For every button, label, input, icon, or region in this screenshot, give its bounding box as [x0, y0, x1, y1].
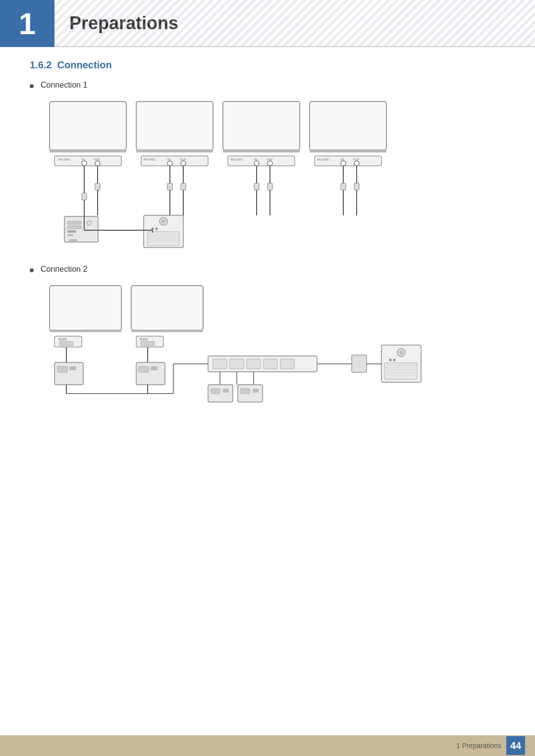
svg-rect-16	[136, 101, 213, 150]
svg-text:RS-232C: RS-232C	[317, 158, 329, 161]
svg-rect-32	[228, 156, 295, 166]
svg-rect-44	[310, 101, 386, 150]
svg-text:RS-232C: RS-232C	[230, 158, 243, 161]
bullet-dot-1	[30, 84, 34, 88]
svg-point-8	[82, 161, 87, 166]
svg-point-63	[87, 220, 92, 225]
page-header: 1 Preparations	[0, 0, 535, 47]
svg-rect-27	[181, 183, 186, 190]
svg-text:OUT: OUT	[94, 158, 101, 161]
svg-rect-113	[253, 389, 259, 393]
svg-rect-96	[139, 366, 149, 372]
svg-point-68	[152, 228, 154, 230]
svg-rect-102	[247, 359, 261, 369]
svg-rect-109	[211, 389, 220, 394]
footer: 1 Preparations 44	[0, 735, 535, 756]
section-number: 1.6.2	[30, 59, 52, 70]
svg-rect-70	[148, 232, 179, 246]
svg-text:IN: IN	[167, 158, 170, 161]
svg-rect-101	[230, 359, 244, 369]
svg-point-37	[268, 161, 272, 166]
svg-rect-31	[223, 150, 300, 152]
chapter-title: Preparations	[69, 13, 178, 34]
svg-point-123	[389, 359, 392, 361]
footer-page-number: 44	[506, 736, 525, 755]
footer-chapter-label: 1 Preparations	[456, 742, 501, 750]
svg-rect-61	[67, 230, 76, 233]
chapter-title-area: Preparations	[54, 0, 535, 47]
svg-point-9	[95, 161, 100, 166]
svg-point-23	[181, 161, 186, 166]
connection2-label: Connection 2	[41, 265, 87, 274]
svg-rect-40	[254, 183, 259, 190]
svg-rect-3	[50, 150, 126, 152]
svg-rect-64	[69, 239, 77, 242]
chapter-number: 1	[19, 8, 36, 39]
svg-text:RS-232C: RS-232C	[58, 158, 71, 161]
svg-rect-89	[131, 286, 203, 330]
connection2-diagram: RJ45 RJ45	[45, 281, 515, 419]
svg-rect-18	[141, 156, 208, 166]
svg-rect-93	[141, 342, 155, 346]
section-title: Connection	[57, 59, 112, 70]
svg-text:OUT: OUT	[267, 158, 273, 161]
svg-text:OUT: OUT	[353, 158, 360, 161]
svg-point-69	[156, 228, 158, 230]
svg-rect-87	[69, 366, 76, 370]
svg-rect-26	[167, 183, 172, 190]
connection1-label: Connection 1	[41, 81, 87, 90]
svg-rect-13	[82, 193, 87, 200]
svg-rect-30	[223, 101, 300, 150]
svg-point-50	[341, 161, 346, 166]
svg-point-122	[399, 351, 403, 354]
svg-rect-59	[67, 221, 81, 224]
svg-rect-118	[352, 355, 367, 372]
svg-rect-46	[315, 156, 381, 166]
svg-rect-112	[241, 389, 250, 394]
svg-text:RJ45: RJ45	[58, 338, 66, 341]
svg-rect-55	[354, 183, 359, 190]
svg-text:OUT: OUT	[180, 158, 186, 161]
svg-text:RJ45: RJ45	[140, 338, 148, 341]
main-content: 1.6.2 Connection Connection 1 RS-232C IN…	[30, 59, 515, 434]
svg-point-124	[393, 359, 396, 361]
svg-rect-54	[341, 183, 346, 190]
svg-rect-103	[264, 359, 277, 369]
connection2-bullet: Connection 2	[30, 265, 515, 274]
svg-rect-80	[50, 330, 121, 332]
bullet-dot-2	[30, 268, 34, 272]
svg-rect-79	[50, 286, 121, 330]
svg-rect-41	[268, 183, 272, 190]
svg-text:IN: IN	[82, 158, 85, 161]
svg-point-51	[354, 161, 359, 166]
svg-rect-100	[213, 359, 227, 369]
connection1-svg: RS-232C IN OUT RS-232C IN OUT	[45, 97, 421, 250]
svg-rect-60	[67, 226, 81, 229]
svg-rect-95	[136, 362, 165, 385]
svg-rect-58	[64, 216, 98, 242]
svg-rect-86	[57, 366, 67, 372]
svg-rect-62	[67, 234, 73, 236]
svg-rect-104	[280, 359, 294, 369]
svg-text:IN: IN	[254, 158, 257, 161]
svg-text:IN: IN	[341, 158, 344, 161]
svg-text:RS-232C: RS-232C	[144, 158, 156, 161]
svg-rect-83	[59, 342, 73, 346]
svg-point-22	[167, 161, 172, 166]
svg-rect-110	[223, 389, 229, 393]
svg-rect-45	[310, 150, 386, 152]
connection1-bullet: Connection 1	[30, 81, 515, 90]
svg-rect-17	[136, 150, 213, 152]
svg-point-67	[161, 219, 165, 223]
section-heading: 1.6.2 Connection	[30, 59, 515, 71]
connection2-svg: RJ45 RJ45	[45, 281, 456, 419]
connection1-diagram: RS-232C IN OUT RS-232C IN OUT	[45, 97, 515, 250]
chapter-number-block: 1	[0, 0, 54, 47]
svg-rect-12	[95, 183, 100, 190]
svg-rect-97	[151, 366, 158, 370]
svg-point-36	[254, 161, 259, 166]
svg-rect-2	[50, 101, 126, 150]
svg-rect-4	[54, 156, 121, 166]
svg-rect-90	[131, 330, 203, 332]
svg-rect-85	[54, 362, 83, 385]
